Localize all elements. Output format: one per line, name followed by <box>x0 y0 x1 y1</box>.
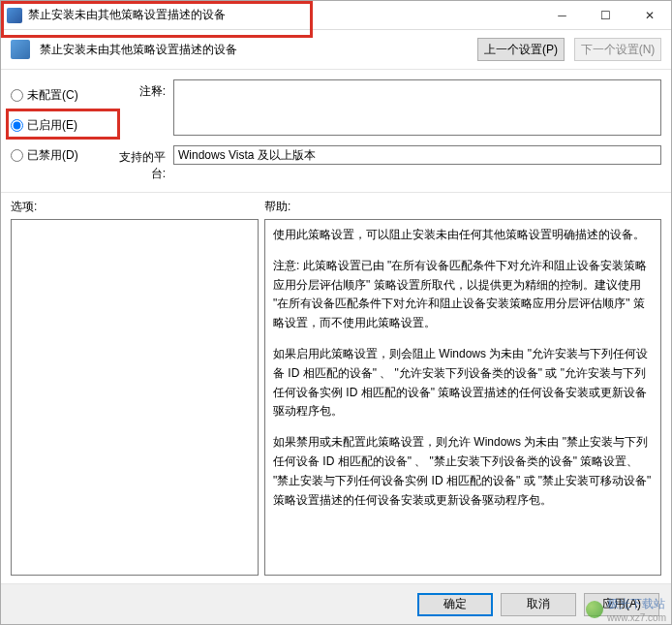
next-setting-button: 下一个设置(N) <box>574 38 661 61</box>
help-label: 帮助: <box>264 199 290 215</box>
help-paragraph: 使用此策略设置，可以阻止安装未由任何其他策略设置明确描述的设备。 <box>273 226 653 245</box>
platform-label: 支持的平台: <box>107 145 166 182</box>
help-paragraph: 注意: 此策略设置已由 "在所有设备匹配条件下对允许和阻止设备安装策略应用分层评… <box>273 257 653 333</box>
watermark-icon <box>586 601 603 618</box>
comment-input[interactable] <box>173 79 661 136</box>
radio-not-configured[interactable]: 未配置(C) <box>11 87 100 104</box>
watermark-text1: 极光下载站 <box>607 596 666 612</box>
app-icon <box>7 8 22 23</box>
platform-input <box>173 145 661 165</box>
help-paragraph: 如果禁用或未配置此策略设置，则允许 Windows 为未由 "禁止安装与下列任何… <box>273 433 653 510</box>
help-paragraph: 如果启用此策略设置，则会阻止 Windows 为未由 "允许安装与下列任何设备 … <box>273 345 653 422</box>
radio-enabled-label: 已启用(E) <box>27 117 77 134</box>
radio-not-configured-input[interactable] <box>11 89 23 102</box>
watermark-text2: www.xz7.com <box>607 612 666 623</box>
radio-disabled-input[interactable] <box>11 149 23 162</box>
options-panel <box>11 219 259 576</box>
radio-disabled-label: 已禁用(D) <box>27 147 78 164</box>
prev-setting-button[interactable]: 上一个设置(P) <box>477 38 565 61</box>
close-button[interactable]: ✕ <box>627 1 671 29</box>
radio-disabled[interactable]: 已禁用(D) <box>11 147 100 164</box>
policy-title: 禁止安装未由其他策略设置描述的设备 <box>40 42 468 58</box>
radio-not-configured-label: 未配置(C) <box>27 87 78 104</box>
minimize-button[interactable]: ─ <box>540 1 584 29</box>
policy-icon <box>11 40 30 59</box>
window-title: 禁止安装未由其他策略设置描述的设备 <box>28 7 540 23</box>
maximize-button[interactable]: ☐ <box>584 1 627 29</box>
radio-enabled-input[interactable] <box>11 119 23 132</box>
watermark: 极光下载站 www.xz7.com <box>586 596 666 623</box>
comment-label: 注释: <box>107 79 166 100</box>
ok-button[interactable]: 确定 <box>417 593 493 616</box>
options-label: 选项: <box>11 199 264 215</box>
radio-enabled[interactable]: 已启用(E) <box>11 117 100 134</box>
cancel-button[interactable]: 取消 <box>501 593 576 616</box>
help-panel[interactable]: 使用此策略设置，可以阻止安装未由任何其他策略设置明确描述的设备。 注意: 此策略… <box>264 219 661 576</box>
